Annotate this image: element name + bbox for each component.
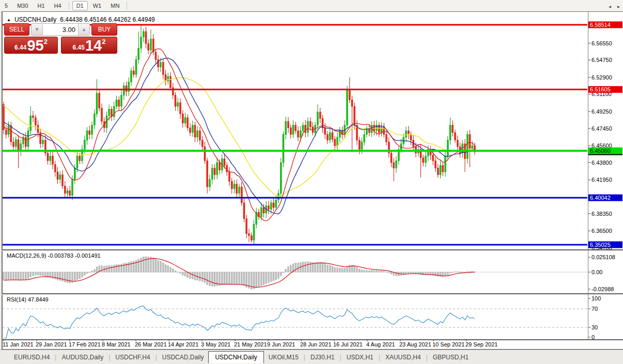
chart-canvas[interactable]: 6.565506.547506.529006.511006.492506.474… xyxy=(0,0,623,364)
svg-text:3 May 2021: 3 May 2021 xyxy=(201,341,230,347)
svg-text:-0.02988: -0.02988 xyxy=(591,286,614,292)
svg-text:70: 70 xyxy=(591,306,598,312)
tab-separator: | xyxy=(55,354,56,361)
svg-text:17 Feb 2021: 17 Feb 2021 xyxy=(69,341,101,347)
svg-text:9 Jun 2021: 9 Jun 2021 xyxy=(267,341,295,347)
svg-text:6.58514: 6.58514 xyxy=(590,22,611,28)
volume-control: ▼ 3.00 ▲ xyxy=(31,23,90,36)
buy-price-point: 2 xyxy=(102,38,105,45)
symbol-tab-GBPUSD[interactable]: GBPUSD,H1 xyxy=(428,352,473,363)
volume-increase-button[interactable]: ▲ xyxy=(78,24,89,35)
svg-text:6.49250: 6.49250 xyxy=(591,108,612,115)
ohlc-values: 6.44438 6.45146 6.44262 6.44949 xyxy=(60,16,155,23)
tab-separator: | xyxy=(340,354,341,361)
svg-text:29 Sep 2021: 29 Sep 2021 xyxy=(465,341,497,347)
svg-text:0.00: 0.00 xyxy=(591,269,602,275)
symbol-tab-UKOil[interactable]: UKOil,M15 xyxy=(264,352,303,363)
svg-text:6.52900: 6.52900 xyxy=(591,74,612,81)
sell-price-box[interactable]: 6.44 95 2 xyxy=(4,37,58,54)
svg-text:16 Jul 2021: 16 Jul 2021 xyxy=(333,341,363,347)
svg-text:0: 0 xyxy=(591,334,595,340)
svg-text:6.43800: 6.43800 xyxy=(591,160,612,166)
sell-price-prefix: 6.44 xyxy=(14,44,26,51)
tab-scroll-right-button[interactable]: ▸ xyxy=(617,4,620,9)
svg-text:28 Jun 2021: 28 Jun 2021 xyxy=(300,341,332,347)
buy-button[interactable]: BUY xyxy=(91,23,117,36)
tab-separator: | xyxy=(108,354,110,361)
symbol-tab-AUDUSD[interactable]: AUDUSD,Daily xyxy=(57,352,108,363)
svg-text:26 Mar 2021: 26 Mar 2021 xyxy=(135,341,167,347)
buy-price-box[interactable]: 6.45 14 2 xyxy=(61,37,117,54)
symbol-tab-DJ30[interactable]: DJ30,H1 xyxy=(306,352,339,363)
svg-text:100: 100 xyxy=(591,295,601,302)
svg-text:6.45060: 6.45060 xyxy=(590,148,611,154)
symbol-tab-USDCHF[interactable]: USDCHF,H4 xyxy=(111,352,154,363)
sell-button[interactable]: SELL xyxy=(4,23,29,36)
svg-text:10 Sep 2021: 10 Sep 2021 xyxy=(432,341,464,347)
tab-separator: | xyxy=(155,354,157,361)
tab-scroll-left-button[interactable]: ◂ xyxy=(609,4,611,9)
tab-scroll-nav: ◂ ▸ xyxy=(609,4,620,9)
svg-text:30: 30 xyxy=(591,324,598,330)
svg-text:4 Aug 2021: 4 Aug 2021 xyxy=(366,341,395,347)
sell-price-pips: 95 xyxy=(27,39,43,53)
collapse-arrow-icon[interactable]: ▲ xyxy=(7,18,11,22)
chart-title-row: ▲ USDCNH,Daily 6.44438 6.45146 6.44262 6… xyxy=(7,16,155,23)
svg-text:6.47450: 6.47450 xyxy=(591,125,612,132)
sell-price-point: 2 xyxy=(44,38,48,45)
symbol-tab-XAUUSD[interactable]: XAUUSD,H4 xyxy=(381,352,426,363)
tab-separator: | xyxy=(426,354,428,361)
svg-text:6.38350: 6.38350 xyxy=(591,211,612,217)
svg-text:6.56550: 6.56550 xyxy=(591,40,612,46)
svg-text:8 Mar 2021: 8 Mar 2021 xyxy=(102,341,131,347)
buy-price-pips: 14 xyxy=(85,39,102,53)
symbol-tab-USDCAD[interactable]: USDCAD,Daily xyxy=(158,352,209,363)
symbol-tab-USDCNH[interactable]: USDCNH,Daily xyxy=(208,351,263,363)
symbol-period-label: USDCNH,Daily xyxy=(14,16,56,23)
tab-separator: | xyxy=(379,354,380,361)
svg-text:21 May 2021: 21 May 2021 xyxy=(234,341,267,347)
svg-text:14 Apr 2021: 14 Apr 2021 xyxy=(168,341,198,347)
rsi-indicator-label: RSI(14) 47.8449 xyxy=(7,296,49,303)
svg-text:6.54750: 6.54750 xyxy=(591,57,612,63)
volume-input[interactable]: 3.00 xyxy=(43,24,78,35)
svg-text:6.41950: 6.41950 xyxy=(591,177,612,183)
svg-text:6.40042: 6.40042 xyxy=(590,195,611,201)
symbol-tab-bar: EURUSD,H4|AUDUSD,Daily|USDCHF,H4|USDCAD,… xyxy=(0,350,623,364)
tab-separator: | xyxy=(304,354,305,361)
svg-text:6.35025: 6.35025 xyxy=(590,242,611,248)
svg-text:6.36500: 6.36500 xyxy=(591,228,612,234)
svg-text:29 Jan 2021: 29 Jan 2021 xyxy=(36,341,67,347)
macd-indicator-label: MACD(12,26,9) -0.003783 -0.001491 xyxy=(7,252,101,259)
svg-text:6.51605: 6.51605 xyxy=(590,86,611,92)
symbol-tab-USDX[interactable]: USDX,H1 xyxy=(342,352,378,363)
one-click-trading-panel: SELL ▼ 3.00 ▲ BUY 6.44 95 2 6.45 14 2 xyxy=(4,23,117,54)
buy-price-prefix: 6.45 xyxy=(73,44,85,51)
symbol-tab-EURUSD[interactable]: EURUSD,H4 xyxy=(9,352,54,363)
volume-decrease-button[interactable]: ▼ xyxy=(32,24,43,35)
svg-text:23 Aug 2021: 23 Aug 2021 xyxy=(399,341,431,347)
svg-text:0.025108: 0.025108 xyxy=(591,254,615,260)
svg-text:11 Jan 2021: 11 Jan 2021 xyxy=(3,341,34,347)
